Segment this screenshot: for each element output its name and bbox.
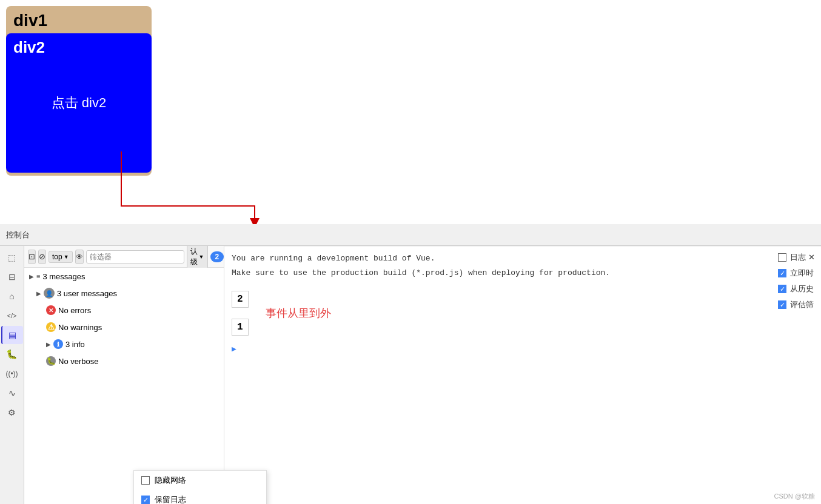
console-toolbar: ⊡ ⊘ top ▼ 👁 默认级别 ▼ 2 (24, 246, 224, 268)
history-checkbox[interactable]: ✓ (778, 285, 786, 293)
settings-icon[interactable]: ⚙ (1, 403, 23, 422)
div1-label: div1 (13, 11, 47, 30)
perf-icon[interactable]: ∿ (1, 384, 23, 402)
right-option-immediate[interactable]: ✓ 立即时 (778, 268, 815, 279)
console-line-1: You are running a development build of V… (232, 251, 814, 266)
top-label: top (52, 253, 62, 261)
hide-network-label: 隐藏网络 (155, 475, 186, 486)
console-left-panel: ⊡ ⊘ top ▼ 👁 默认级别 ▼ 2 (24, 246, 224, 504)
right-option-eval[interactable]: ✓ 评估筛 (778, 299, 815, 310)
info-label: 3 info (65, 340, 85, 349)
expand-arrow[interactable]: ▶ (232, 345, 236, 354)
eye-button[interactable]: 👁 (75, 250, 84, 264)
log-label: 日志 ✕ (790, 252, 815, 263)
user-messages-label: 3 user messages (57, 289, 117, 298)
preserve-log-label: 保留日志 (155, 494, 186, 504)
console-line-2: Make sure to use the production build (*… (232, 266, 814, 280)
expand-info-icon: ▶ (46, 341, 51, 348)
right-options-panel: 日志 ✕ ✓ 立即时 ✓ 从历史 ✓ 评估筛 (778, 252, 815, 310)
filter-input[interactable] (86, 250, 184, 264)
verbose-icon: 🐛 (46, 356, 56, 366)
console-output: You are running a development build of V… (224, 246, 821, 504)
code-icon[interactable]: </> (1, 307, 23, 325)
number-box-2: 2 (232, 291, 249, 308)
right-option-log[interactable]: 日志 ✕ (778, 252, 815, 263)
user-icon: 👤 (44, 288, 55, 299)
filter-dropdown-menu: 隐藏网络 ✓ 保留日志 ✓ 仅限选定的上下文 ✓ 在控制台中组合相似消息 显示控… (133, 470, 267, 504)
tree-no-verbose[interactable]: 🐛 No verbose (24, 353, 224, 370)
error-icon: ✕ (46, 305, 56, 315)
sidebar-icons: ⬚ ⊟ ⌂ </> ▤ 🐛 ((•)) ∿ ⚙ (0, 246, 24, 504)
div2-click-text: 点击 div2 (6, 33, 152, 173)
messages-label: 3 messages (42, 272, 85, 281)
expand-user-icon: ▶ (36, 290, 41, 297)
no-verbose-label: No verbose (58, 357, 98, 366)
right-option-history[interactable]: ✓ 从历史 (778, 284, 815, 294)
clear-console-button[interactable]: ⊡ (28, 250, 36, 264)
immediate-label: 立即时 (790, 268, 814, 279)
devtools-panel: 控制台 ⬚ ⊟ ⌂ </> ▤ 🐛 ((•)) ∿ ⚙ ⊡ ⊘ (0, 224, 821, 504)
no-warnings-label: No warnings (58, 323, 102, 332)
block-button[interactable]: ⊘ (38, 250, 46, 264)
info-icon: ℹ (53, 339, 63, 349)
home-icon[interactable]: ⌂ (1, 287, 23, 305)
wifi-icon[interactable]: ((•)) (1, 365, 23, 383)
no-errors-label: No errors (58, 306, 91, 315)
console-tree: ▶ ≡ 3 messages ▶ 👤 3 user messages ✕ No … (24, 268, 224, 504)
tree-user-messages[interactable]: ▶ 👤 3 user messages (24, 285, 224, 302)
canvas-area: div1 div2 点击 div2 (0, 0, 821, 224)
devtools-body: ⬚ ⊟ ⌂ </> ▤ 🐛 ((•)) ∿ ⚙ ⊡ ⊘ top ▼ (0, 246, 821, 504)
preserve-log-checkbox[interactable]: ✓ (141, 496, 150, 504)
log-checkbox[interactable] (778, 253, 786, 262)
watermark: CSDN @软糖 (774, 492, 815, 501)
dropdown-item-hide-network[interactable]: 隐藏网络 (134, 471, 266, 490)
event-label: 事件从里到外 (266, 306, 331, 320)
debug-icon[interactable]: 🐛 (1, 345, 23, 363)
immediate-checkbox[interactable]: ✓ (778, 269, 786, 277)
tree-no-errors[interactable]: ✕ No errors (24, 302, 224, 319)
number-box-1: 1 (232, 319, 249, 336)
network-icon[interactable]: ⊟ (1, 268, 23, 286)
level-chevron-icon: ▼ (199, 254, 204, 260)
elements-icon[interactable]: ⬚ (1, 248, 23, 267)
history-label: 从历史 (790, 284, 814, 294)
top-chevron-icon: ▼ (64, 254, 69, 260)
warning-icon: ⚠ (46, 322, 56, 332)
console-main: You are running a development build of V… (224, 246, 821, 504)
message-count-badge[interactable]: 2 (210, 251, 224, 262)
tree-info[interactable]: ▶ ℹ 3 info (24, 336, 224, 353)
hide-network-checkbox[interactable] (141, 476, 150, 485)
eval-checkbox[interactable]: ✓ (778, 300, 786, 309)
number-boxes: 2 1 (232, 286, 249, 340)
top-dropdown[interactable]: top ▼ (49, 251, 73, 263)
devtools-header: 控制台 (0, 224, 821, 246)
console-icon[interactable]: ▤ (1, 326, 23, 344)
tree-messages[interactable]: ▶ ≡ 3 messages (24, 268, 224, 285)
devtools-title: 控制台 (6, 230, 30, 240)
tree-no-warnings[interactable]: ⚠ No warnings (24, 319, 224, 336)
expand-icon: ▶ (29, 273, 34, 280)
dropdown-item-preserve-log[interactable]: ✓ 保留日志 (134, 490, 266, 504)
eval-label: 评估筛 (790, 299, 814, 310)
